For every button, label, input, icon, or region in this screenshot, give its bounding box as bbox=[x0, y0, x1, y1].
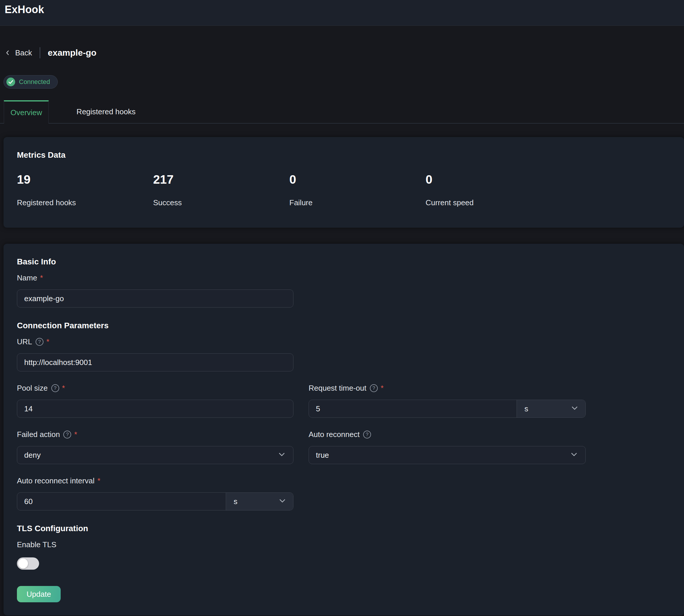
help-icon[interactable]: ? bbox=[51, 384, 59, 392]
request-timeout-input[interactable] bbox=[309, 400, 517, 417]
url-label: URL ? * bbox=[17, 337, 670, 346]
section-tls-configuration: TLS Configuration bbox=[17, 524, 670, 533]
metrics-card: Metrics Data 19 Registered hooks 217 Suc… bbox=[3, 137, 684, 228]
enable-tls-label: Enable TLS bbox=[17, 540, 670, 549]
required-marker: * bbox=[40, 273, 43, 283]
pool-size-label: Pool size ? * bbox=[17, 384, 294, 393]
auto-reconnect-select[interactable]: true bbox=[308, 446, 586, 464]
tab-bar: Overview Registered hooks bbox=[0, 100, 684, 124]
failed-action-label: Failed action ? * bbox=[17, 430, 294, 439]
status-badge: Connected bbox=[3, 75, 58, 89]
divider bbox=[40, 47, 40, 58]
tab-registered-hooks[interactable]: Registered hooks bbox=[49, 100, 163, 123]
request-timeout-field-group: Request time-out ? * s bbox=[308, 384, 586, 418]
metric-label: Failure bbox=[290, 198, 426, 207]
metric-success: 217 Success bbox=[153, 173, 290, 207]
chevron-down-icon bbox=[278, 496, 287, 507]
auto-reconnect-interval-label: Auto reconnect interval * bbox=[17, 476, 670, 485]
failed-action-field-group: Failed action ? * deny bbox=[17, 430, 294, 464]
chevron-down-icon bbox=[570, 450, 578, 461]
status-badge-label: Connected bbox=[19, 78, 50, 86]
request-timeout-label: Request time-out ? * bbox=[308, 384, 586, 393]
request-timeout-group: s bbox=[308, 400, 586, 418]
metric-label: Current speed bbox=[426, 198, 562, 207]
url-field-group: URL ? * bbox=[17, 337, 670, 371]
name-field-group: Name * bbox=[17, 273, 670, 308]
failed-action-select[interactable]: deny bbox=[17, 446, 294, 464]
pool-size-field-group: Pool size ? * bbox=[17, 384, 294, 418]
enable-tls-toggle[interactable] bbox=[17, 557, 39, 570]
metric-label: Success bbox=[153, 198, 290, 207]
chevron-down-icon bbox=[277, 450, 286, 461]
help-icon[interactable]: ? bbox=[36, 338, 43, 346]
update-button[interactable]: Update bbox=[17, 586, 61, 602]
pool-size-input[interactable] bbox=[17, 400, 294, 418]
request-timeout-unit-select[interactable]: s bbox=[517, 400, 585, 417]
auto-reconnect-interval-unit-select[interactable]: s bbox=[226, 493, 293, 510]
metric-value: 0 bbox=[426, 173, 562, 186]
settings-card: Basic Info Name * Connection Parameters … bbox=[3, 244, 684, 615]
metric-registered-hooks: 19 Registered hooks bbox=[17, 173, 153, 207]
metric-value: 19 bbox=[17, 173, 153, 186]
metric-current-speed: 0 Current speed bbox=[426, 173, 562, 207]
section-basic-info: Basic Info bbox=[17, 257, 670, 266]
back-button[interactable]: Back bbox=[5, 48, 32, 58]
chevron-left-icon bbox=[5, 49, 11, 56]
metric-value: 217 bbox=[153, 173, 290, 186]
tab-overview[interactable]: Overview bbox=[4, 100, 49, 124]
page-title: example-go bbox=[48, 48, 97, 58]
metrics-title: Metrics Data bbox=[17, 150, 670, 160]
toggle-knob bbox=[18, 558, 28, 569]
back-label: Back bbox=[15, 48, 32, 58]
breadcrumb: Back example-go bbox=[5, 47, 684, 58]
metrics-row: 19 Registered hooks 217 Success 0 Failur… bbox=[17, 173, 670, 207]
required-marker: * bbox=[62, 384, 65, 393]
url-input[interactable] bbox=[17, 353, 294, 371]
metric-value: 0 bbox=[290, 173, 426, 186]
required-marker: * bbox=[381, 384, 384, 393]
check-circle-icon bbox=[6, 78, 15, 86]
help-icon[interactable]: ? bbox=[363, 431, 371, 438]
auto-reconnect-label: Auto reconnect ? bbox=[308, 430, 586, 439]
app-header: ExHook bbox=[0, 0, 684, 26]
auto-reconnect-interval-field-group: Auto reconnect interval * s bbox=[17, 476, 670, 510]
chevron-down-icon bbox=[570, 403, 579, 414]
help-icon[interactable]: ? bbox=[370, 384, 378, 392]
required-marker: * bbox=[46, 337, 49, 346]
auto-reconnect-interval-group: s bbox=[17, 492, 294, 510]
section-connection-parameters: Connection Parameters bbox=[17, 321, 670, 330]
metric-label: Registered hooks bbox=[17, 198, 153, 207]
required-marker: * bbox=[98, 476, 100, 485]
app-title: ExHook bbox=[5, 3, 684, 16]
auto-reconnect-interval-input[interactable] bbox=[17, 493, 226, 510]
name-input[interactable] bbox=[17, 289, 294, 308]
help-icon[interactable]: ? bbox=[63, 431, 71, 438]
metric-failure: 0 Failure bbox=[290, 173, 426, 207]
required-marker: * bbox=[74, 430, 77, 439]
auto-reconnect-field-group: Auto reconnect ? true bbox=[308, 430, 586, 464]
name-label: Name * bbox=[17, 273, 670, 283]
